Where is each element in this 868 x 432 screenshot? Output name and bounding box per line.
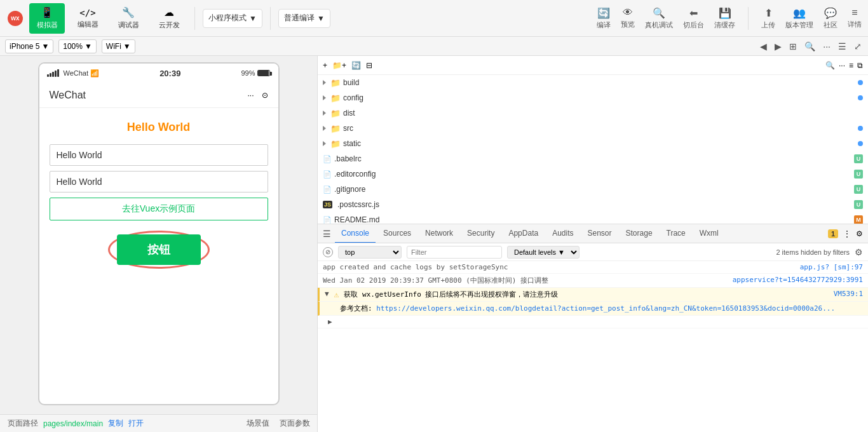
tab-sensor[interactable]: Sensor bbox=[581, 224, 618, 243]
tab-sources[interactable]: Sources bbox=[377, 224, 417, 243]
community-button[interactable]: 💬 社区 bbox=[824, 7, 837, 30]
folder-icon: 📁 bbox=[330, 124, 341, 133]
sort-icon[interactable]: ≡ bbox=[849, 61, 853, 70]
compile-button[interactable]: 🔄 编译 bbox=[597, 7, 611, 30]
tab-security[interactable]: Security bbox=[461, 224, 501, 243]
context-select[interactable]: top bbox=[338, 246, 402, 259]
status-dot-u: U bbox=[854, 154, 863, 163]
refresh-tree-icon[interactable]: 🔄 bbox=[351, 61, 361, 70]
cache-btn-label: 清缓存 bbox=[714, 20, 735, 30]
editor-label: 编辑器 bbox=[78, 20, 98, 29]
carrier-label: WeChat bbox=[64, 69, 89, 77]
file-item-static[interactable]: 📁 static bbox=[318, 136, 868, 151]
add-folder-icon[interactable]: 📁+ bbox=[332, 61, 346, 70]
file-item-config[interactable]: 📁 config bbox=[318, 90, 868, 105]
file-item-babelrc[interactable]: 📄 .babelrc U bbox=[318, 151, 868, 166]
folder-icon: 📁 bbox=[330, 93, 341, 103]
expand-icon[interactable]: ▶ bbox=[328, 318, 332, 326]
search-icon[interactable]: 🔍 bbox=[803, 40, 817, 53]
console-source-1[interactable]: app.js? [sm]:97 bbox=[800, 263, 863, 271]
device-select[interactable]: iPhone 5 ▼ bbox=[5, 39, 53, 53]
upload-button[interactable]: ⬆ 上传 bbox=[761, 7, 775, 30]
open-button[interactable]: 打开 bbox=[128, 418, 144, 429]
folder-icon: 📁 bbox=[330, 78, 341, 88]
status-dot-u: U bbox=[854, 185, 863, 194]
phone-input-1[interactable] bbox=[50, 144, 268, 166]
more-icon[interactable]: ··· bbox=[822, 40, 832, 53]
tab-appdata[interactable]: AppData bbox=[502, 224, 545, 243]
search-tree-icon[interactable]: 🔍 bbox=[825, 61, 835, 70]
console-line-4: 参考文档: https://developers.weixin.qq.com/b… bbox=[318, 302, 868, 316]
compile-chevron-icon: ▼ bbox=[317, 14, 325, 23]
cut-back-button[interactable]: ⬅ 切后台 bbox=[683, 7, 704, 30]
file-item-readme[interactable]: 📄 README.md M bbox=[318, 212, 868, 224]
file-item-postcssrc[interactable]: JS .postcssrc.js U bbox=[318, 197, 868, 212]
action-button[interactable]: 按钮 bbox=[117, 234, 201, 265]
status-dot-u: U bbox=[854, 200, 863, 209]
clear-console-button[interactable]: ⊘ bbox=[323, 247, 333, 257]
devtools-settings-icon[interactable]: ⚙ bbox=[856, 229, 863, 238]
copy-button[interactable]: 复制 bbox=[108, 418, 123, 429]
simulator-button[interactable]: 📱 模拟器 bbox=[29, 3, 65, 34]
file-item-editorconfig[interactable]: 📄 .editorconfig U bbox=[318, 166, 868, 182]
menu-icon[interactable]: ··· bbox=[839, 61, 845, 70]
mode-select[interactable]: 小程序模式 ▼ bbox=[203, 9, 262, 28]
path-value: pages/index/main bbox=[43, 419, 103, 428]
detail-btn-label: 详情 bbox=[848, 20, 862, 29]
tab-wxml[interactable]: Wxml bbox=[693, 224, 725, 243]
file-item-gitignore[interactable]: 📄 .gitignore U bbox=[318, 182, 868, 197]
tab-audits[interactable]: Audits bbox=[546, 224, 580, 243]
nav-camera-icon[interactable]: ⊙ bbox=[262, 91, 268, 100]
tab-console[interactable]: Console bbox=[335, 224, 376, 243]
list-icon[interactable]: ☰ bbox=[837, 40, 848, 53]
console-line-3: ▼ ⚠ 获取 wx.getUserInfo 接口后续将不再出现授权弹窗，请注意升… bbox=[318, 288, 868, 302]
divider3 bbox=[748, 7, 749, 30]
zoom-select[interactable]: 100% ▼ bbox=[58, 39, 97, 53]
prev-icon[interactable]: ◀ bbox=[759, 40, 768, 53]
devtools-more-icon[interactable]: ⋮ bbox=[843, 229, 851, 238]
compile-select[interactable]: 普通编译 ▼ bbox=[278, 9, 330, 28]
debugger-button[interactable]: 🔧 调试器 bbox=[111, 3, 146, 34]
file-name: .gitignore bbox=[334, 185, 365, 194]
zoom-chevron-icon: ▼ bbox=[85, 42, 92, 51]
file-icon: 📄 bbox=[323, 155, 332, 163]
compile-icon: 🔄 bbox=[597, 7, 610, 19]
console-source-2[interactable]: appservice?t=1546432772929:3991 bbox=[733, 276, 863, 284]
file-name: src bbox=[343, 124, 353, 133]
version-button[interactable]: 👥 版本管理 bbox=[785, 7, 813, 30]
expand-arrow-icon[interactable]: ▼ bbox=[325, 290, 329, 298]
refresh-icon[interactable]: ⊞ bbox=[788, 40, 798, 53]
file-name: build bbox=[343, 78, 359, 87]
real-debug-button[interactable]: 🔍 真机调试 bbox=[645, 7, 673, 30]
tab-network[interactable]: Network bbox=[419, 224, 459, 243]
levels-select[interactable]: Default levels ▼ bbox=[507, 246, 580, 259]
next-icon[interactable]: ▶ bbox=[773, 40, 783, 53]
phone-input-2[interactable] bbox=[50, 171, 268, 192]
file-item-build[interactable]: 📁 build bbox=[318, 75, 868, 90]
vuex-link-button[interactable]: 去往Vuex示例页面 bbox=[50, 198, 268, 220]
console-source-3[interactable]: VM539:1 bbox=[834, 290, 863, 298]
expand-icon[interactable]: ⤢ bbox=[853, 40, 863, 53]
upload-icon: ⬆ bbox=[764, 7, 773, 19]
path-label: 页面路径 bbox=[8, 418, 38, 429]
cache-button[interactable]: 💾 清缓存 bbox=[714, 7, 735, 30]
tab-storage[interactable]: Storage bbox=[620, 224, 659, 243]
collapse-icon[interactable]: ⊟ bbox=[366, 61, 372, 70]
editor-button[interactable]: </> 编辑器 bbox=[70, 3, 105, 34]
params-label: 页面参数 bbox=[280, 418, 310, 429]
console-toolbar: ⊘ top Default levels ▼ 2 items hidden by… bbox=[318, 243, 868, 261]
file-item-src[interactable]: 📁 src bbox=[318, 121, 868, 136]
doc-link[interactable]: https://developers.weixin.qq.com/blogdet… bbox=[376, 304, 835, 313]
nav-more-icon[interactable]: ··· bbox=[247, 91, 254, 100]
console-settings-icon[interactable]: ⚙ bbox=[855, 247, 863, 257]
split-icon[interactable]: ⧉ bbox=[857, 61, 863, 70]
detail-button[interactable]: ≡ 详情 bbox=[848, 7, 862, 29]
filter-input[interactable] bbox=[407, 246, 502, 259]
tab-trace[interactable]: Trace bbox=[660, 224, 692, 243]
preview-button[interactable]: 👁 预览 bbox=[621, 7, 635, 29]
add-file-icon[interactable]: + bbox=[323, 61, 327, 70]
file-item-dist[interactable]: 📁 dist bbox=[318, 105, 868, 121]
cloud-button[interactable]: ☁ 云开发 bbox=[151, 3, 187, 34]
network-select[interactable]: WiFi ▼ bbox=[102, 39, 135, 53]
devtools-inspect-icon[interactable]: ☰ bbox=[323, 229, 331, 239]
